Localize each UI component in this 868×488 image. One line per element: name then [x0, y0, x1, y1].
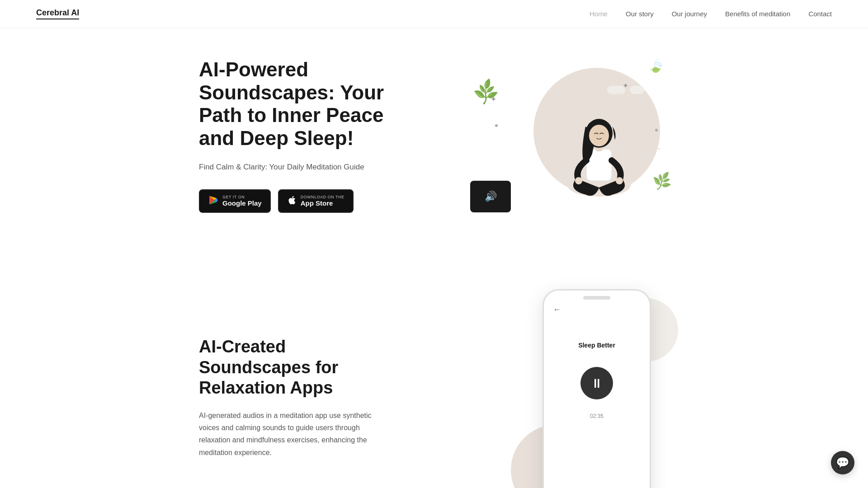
deco-dot-2 [655, 129, 658, 131]
google-play-label: Google Play [222, 199, 262, 207]
store-buttons: GET IT ON Google Play Download on the Ap… [199, 189, 416, 213]
hero-illustration: 🌿 🍃 🌿 ✦ ✦ · [470, 54, 669, 217]
phone-wrapper: ← Sleep Better ⏸ 02:35 [524, 289, 669, 488]
app-store-text: Download on the App Store [301, 195, 344, 207]
svg-point-6 [589, 125, 609, 146]
google-play-small-label: GET IT ON [222, 195, 262, 199]
phone-screen-content: ← Sleep Better ⏸ 02:35 [544, 300, 650, 425]
pause-icon: ⏸ [590, 376, 603, 391]
nav-our-story[interactable]: Our story [626, 10, 654, 18]
navbar: Cerebral AI Home Our story Our journey B… [0, 0, 868, 28]
chat-button[interactable]: 💬 [831, 451, 854, 474]
app-store-small-label: Download on the [301, 195, 344, 199]
section2-text: AI-generated audios in a meditation app … [199, 409, 389, 459]
device-mockup: 🔊 [470, 181, 515, 217]
phone-timer: 02:35 [553, 413, 641, 419]
google-play-text: GET IT ON Google Play [222, 195, 262, 207]
phone-outer: ← Sleep Better ⏸ 02:35 [542, 289, 651, 488]
google-play-icon [208, 195, 219, 207]
nav-home[interactable]: Home [590, 10, 608, 18]
sparkle-icon-1: ✦ [491, 95, 496, 103]
section2-content: AI-Created Soundscapes for Relaxation Ap… [199, 337, 389, 459]
meditation-figure [542, 90, 656, 208]
nav-contact[interactable]: Contact [808, 10, 832, 18]
phone-play-pause-button[interactable]: ⏸ [580, 367, 613, 399]
deco-dot-1 [495, 124, 498, 127]
apple-icon [287, 195, 297, 207]
sparkle-icon-3: · [658, 145, 660, 153]
app-store-button[interactable]: Download on the App Store [278, 189, 354, 213]
nav-our-journey[interactable]: Our journey [672, 10, 707, 18]
phone-back-arrow[interactable]: ← [553, 305, 641, 314]
leaf-icon-top-right: 🍃 [646, 56, 666, 76]
nav-links: Home Our story Our journey Benefits of m… [590, 10, 832, 18]
hero-content: AI-Powered Soundscapes: Your Path to Inn… [199, 58, 416, 213]
svg-point-2 [575, 177, 582, 184]
leaf-icon-left: 🌿 [471, 77, 501, 107]
phone-track-title: Sleep Better [553, 342, 641, 349]
hero-subtitle: Find Calm & Clarity: Your Daily Meditati… [199, 161, 416, 173]
brand-logo[interactable]: Cerebral AI [36, 8, 79, 19]
svg-point-3 [616, 177, 623, 184]
section2-inner: AI-Created Soundscapes for Relaxation Ap… [163, 262, 705, 488]
app-store-label: App Store [301, 199, 344, 207]
section2-title: AI-Created Soundscapes for Relaxation Ap… [199, 337, 389, 399]
phone-notch [583, 296, 610, 300]
speaker-icon: 🔊 [485, 191, 497, 202]
google-play-button[interactable]: GET IT ON Google Play [199, 189, 271, 213]
chat-icon: 💬 [836, 456, 849, 469]
nav-benefits[interactable]: Benefits of meditation [725, 10, 790, 18]
hero-section: AI-Powered Soundscapes: Your Path to Inn… [0, 0, 868, 253]
hero-title: AI-Powered Soundscapes: Your Path to Inn… [199, 58, 416, 150]
section2: AI-Created Soundscapes for Relaxation Ap… [0, 253, 868, 488]
phone-mockup: ← Sleep Better ⏸ 02:35 [524, 289, 669, 488]
device-screen: 🔊 [470, 181, 511, 212]
